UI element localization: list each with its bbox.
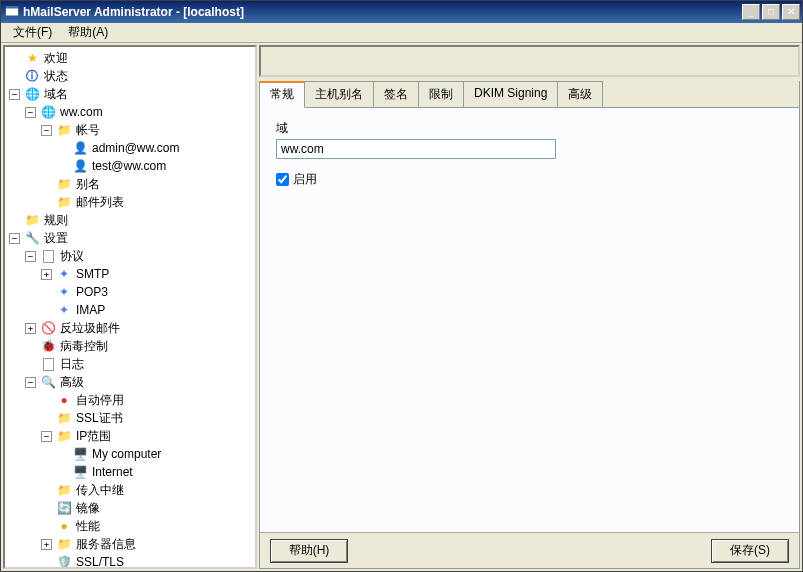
- tree-logging[interactable]: 日志: [23, 355, 253, 373]
- folder-icon: 📁: [56, 194, 72, 210]
- tree-aliases[interactable]: 📁别名: [39, 175, 253, 193]
- close-button[interactable]: ✕: [782, 4, 800, 20]
- tree-advanced[interactable]: −🔍高级: [23, 373, 253, 391]
- tree-protocols[interactable]: −协议: [23, 247, 253, 265]
- globe-icon: 🌐: [24, 86, 40, 102]
- tree-rules[interactable]: 📁规则: [7, 211, 253, 229]
- toolbar-blank: [259, 45, 800, 77]
- folder-icon: 📁: [56, 536, 72, 552]
- tree-pop3[interactable]: ✦POP3: [39, 283, 253, 301]
- save-button[interactable]: 保存(S): [711, 539, 789, 563]
- folder-icon: 📁: [56, 410, 72, 426]
- tree-account-test[interactable]: 👤test@ww.com: [55, 157, 253, 175]
- red-dot-icon: ●: [56, 392, 72, 408]
- enable-checkbox[interactable]: [276, 173, 289, 186]
- folder-icon: 📁: [56, 122, 72, 138]
- tree-antispam[interactable]: +🚫反垃圾邮件: [23, 319, 253, 337]
- tree-iprange[interactable]: −📁IP范围: [39, 427, 253, 445]
- shield-icon: 🛡️: [56, 554, 72, 569]
- tree-domains[interactable]: −🌐域名: [7, 85, 253, 103]
- domain-input[interactable]: [276, 139, 556, 159]
- tree-status[interactable]: ⓘ状态: [7, 67, 253, 85]
- folder-icon: 📁: [56, 176, 72, 192]
- mirror-icon: 🔄: [56, 500, 72, 516]
- user-icon: 👤: [72, 140, 88, 156]
- expander-icon[interactable]: −: [9, 89, 20, 100]
- info-icon: ⓘ: [24, 68, 40, 84]
- window-title: hMailServer Administrator - [localhost]: [23, 5, 742, 19]
- tree-account-admin[interactable]: 👤admin@ww.com: [55, 139, 253, 157]
- tab-general[interactable]: 常规: [259, 81, 305, 108]
- folder-icon: 📁: [56, 482, 72, 498]
- tree-serverinfo[interactable]: +📁服务器信息: [39, 535, 253, 553]
- tree-panel: ★欢迎 ⓘ状态 −🌐域名 −🌐ww.com −📁帐号 👤admin@ww.com…: [3, 45, 257, 569]
- tree-sslcert[interactable]: 📁SSL证书: [39, 409, 253, 427]
- tree-performance[interactable]: ●性能: [39, 517, 253, 535]
- folder-icon: 📁: [24, 212, 40, 228]
- tree-mycomputer[interactable]: 🖥️My computer: [55, 445, 253, 463]
- minimize-button[interactable]: _: [742, 4, 760, 20]
- domain-label: 域: [276, 120, 783, 137]
- tree-welcome[interactable]: ★欢迎: [7, 49, 253, 67]
- tree-internet[interactable]: 🖥️Internet: [55, 463, 253, 481]
- tab-dkim[interactable]: DKIM Signing: [463, 81, 558, 107]
- protocol-icon: ✦: [56, 266, 72, 282]
- virus-icon: 🐞: [40, 338, 56, 354]
- titlebar: hMailServer Administrator - [localhost] …: [1, 1, 802, 23]
- tree-accounts[interactable]: −📁帐号: [39, 121, 253, 139]
- tree-imap[interactable]: ✦IMAP: [39, 301, 253, 319]
- tab-strip: 常规 主机别名 签名 限制 DKIM Signing 高级: [259, 81, 799, 108]
- tree-autoban[interactable]: ●自动停用: [39, 391, 253, 409]
- magnifier-icon: 🔍: [40, 374, 56, 390]
- computer-icon: 🖥️: [72, 464, 88, 480]
- menu-help[interactable]: 帮助(A): [60, 22, 116, 43]
- tab-content: 域 启用: [260, 108, 799, 532]
- tree-settings[interactable]: −🔧设置: [7, 229, 253, 247]
- spam-icon: 🚫: [40, 320, 56, 336]
- folder-icon: 📁: [56, 428, 72, 444]
- tab-limits[interactable]: 限制: [418, 81, 464, 107]
- globe-icon: 🌐: [40, 104, 56, 120]
- app-icon: [5, 5, 19, 19]
- wrench-icon: 🔧: [24, 230, 40, 246]
- tab-signature[interactable]: 签名: [373, 81, 419, 107]
- tree-ssltls[interactable]: 🛡️SSL/TLS: [39, 553, 253, 569]
- tree-antivirus[interactable]: 🐞病毒控制: [23, 337, 253, 355]
- enable-label: 启用: [293, 171, 317, 188]
- tab-advanced[interactable]: 高级: [557, 81, 603, 107]
- tree-smtp[interactable]: +✦SMTP: [39, 265, 253, 283]
- log-icon: [40, 356, 56, 372]
- tab-hostnames[interactable]: 主机别名: [304, 81, 374, 107]
- star-icon: ★: [24, 50, 40, 66]
- tree-distlists[interactable]: 📁邮件列表: [39, 193, 253, 211]
- tree-incoming[interactable]: 📁传入中继: [39, 481, 253, 499]
- tree-domain-wwcom[interactable]: −🌐ww.com: [23, 103, 253, 121]
- user-icon: 👤: [72, 158, 88, 174]
- protocol-icon: ✦: [56, 284, 72, 300]
- perf-icon: ●: [56, 518, 72, 534]
- page-icon: [40, 248, 56, 264]
- maximize-button[interactable]: □: [762, 4, 780, 20]
- protocol-icon: ✦: [56, 302, 72, 318]
- menu-file[interactable]: 文件(F): [5, 22, 60, 43]
- computer-icon: 🖥️: [72, 446, 88, 462]
- menubar: 文件(F) 帮助(A): [1, 23, 802, 43]
- help-button[interactable]: 帮助(H): [270, 539, 348, 563]
- tree-mirror[interactable]: 🔄镜像: [39, 499, 253, 517]
